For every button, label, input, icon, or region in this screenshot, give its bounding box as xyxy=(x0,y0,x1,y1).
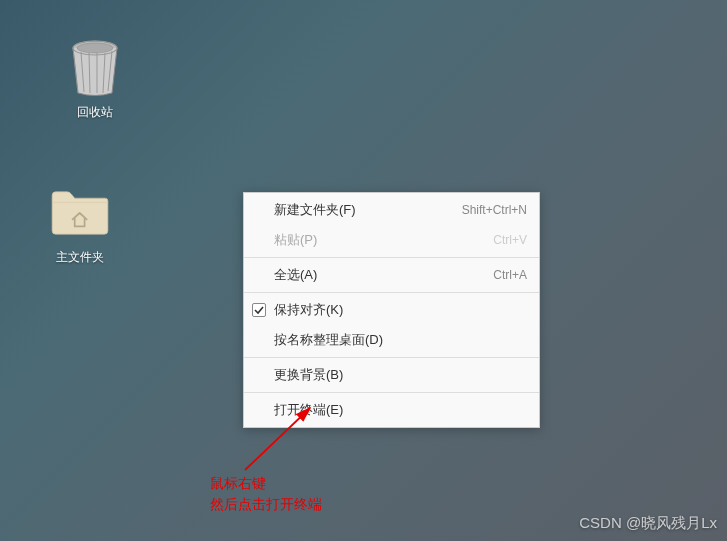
menu-item-label: 全选(A) xyxy=(274,266,317,284)
checkbox-icon xyxy=(252,303,266,317)
menu-select-all[interactable]: 全选(A) Ctrl+A xyxy=(244,260,539,290)
menu-separator xyxy=(244,257,539,258)
watermark: CSDN @晓风残月Lx xyxy=(579,514,717,533)
menu-item-label: 按名称整理桌面(D) xyxy=(274,331,383,349)
trash-icon xyxy=(65,38,125,98)
menu-item-label: 保持对齐(K) xyxy=(274,301,343,319)
folder-icon xyxy=(50,183,110,243)
menu-item-label: 粘贴(P) xyxy=(274,231,317,249)
menu-new-folder[interactable]: 新建文件夹(F) Shift+Ctrl+N xyxy=(244,195,539,225)
menu-item-label: 更换背景(B) xyxy=(274,366,343,384)
menu-separator xyxy=(244,357,539,358)
annotation-text: 鼠标右键 然后点击打开终端 xyxy=(210,473,322,515)
menu-separator xyxy=(244,392,539,393)
trash-desktop-icon[interactable]: 回收站 xyxy=(50,38,140,121)
annotation-line2: 然后点击打开终端 xyxy=(210,494,322,515)
annotation-line1: 鼠标右键 xyxy=(210,473,322,494)
desktop-context-menu: 新建文件夹(F) Shift+Ctrl+N 粘贴(P) Ctrl+V 全选(A)… xyxy=(243,192,540,428)
menu-shortcut: Shift+Ctrl+N xyxy=(462,203,527,217)
home-label: 主文件夹 xyxy=(56,249,104,266)
home-desktop-icon[interactable]: 主文件夹 xyxy=(35,183,125,266)
trash-label: 回收站 xyxy=(77,104,113,121)
menu-paste: 粘贴(P) Ctrl+V xyxy=(244,225,539,255)
menu-open-terminal[interactable]: 打开终端(E) xyxy=(244,395,539,425)
menu-shortcut: Ctrl+V xyxy=(493,233,527,247)
menu-change-background[interactable]: 更换背景(B) xyxy=(244,360,539,390)
menu-shortcut: Ctrl+A xyxy=(493,268,527,282)
menu-item-label: 打开终端(E) xyxy=(274,401,343,419)
menu-organize-by-name[interactable]: 按名称整理桌面(D) xyxy=(244,325,539,355)
menu-keep-aligned[interactable]: 保持对齐(K) xyxy=(244,295,539,325)
svg-point-7 xyxy=(77,43,113,53)
menu-item-label: 新建文件夹(F) xyxy=(274,201,356,219)
menu-separator xyxy=(244,292,539,293)
